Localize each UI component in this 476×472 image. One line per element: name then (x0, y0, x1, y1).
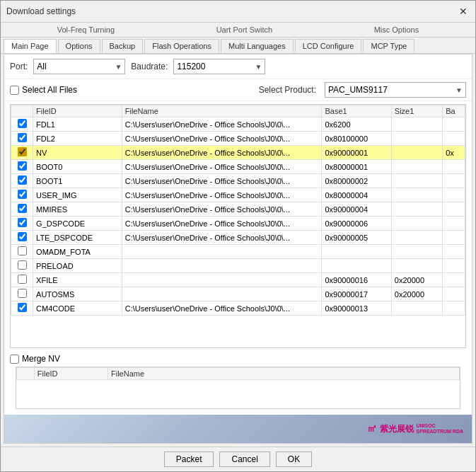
baudrate-label: Baudrate: (131, 62, 168, 71)
row-ba (443, 301, 465, 316)
row-size1 (391, 245, 442, 259)
tab-mcp-type[interactable]: MCP Type (363, 39, 414, 53)
top-menu-bar: Vol-Freq Turning Uart Port Switch Misc O… (1, 23, 475, 38)
tab-main-page[interactable]: Main Page (4, 39, 57, 53)
row-size1 (391, 188, 442, 202)
row-filename: C:\Users\user\OneDrive - Office Schools\… (122, 202, 322, 217)
row-filename: C:\Users\user\OneDrive - Office Schools\… (122, 174, 322, 188)
col-filename: FileName (122, 105, 322, 117)
tab-lcd-configure[interactable]: LCD Configure (295, 39, 362, 53)
row-filename: C:\Users\user\OneDrive - Office Schools\… (122, 188, 322, 202)
col-base1: Base1 (322, 105, 391, 117)
row-filename: C:\Users\user\OneDrive - Office Schools\… (122, 231, 322, 245)
col-size1: Size1 (391, 105, 442, 117)
table-row: XFILE0x900000160x20000 (11, 273, 465, 287)
row-checkbox[interactable] (18, 133, 27, 142)
table-row: BOOT1C:\Users\user\OneDrive - Office Sch… (11, 174, 465, 188)
row-checkbox-cell (11, 188, 33, 202)
tab-bar: Main Page Options Backup Flash Operation… (1, 38, 475, 54)
row-checkbox[interactable] (18, 161, 27, 171)
product-select[interactable]: PAC_UMS9117 ▼ (325, 82, 466, 98)
row-checkbox[interactable] (18, 303, 27, 312)
col-checkbox (11, 105, 33, 117)
row-base1: 0x80000001 (322, 160, 391, 174)
row-ba (443, 132, 465, 146)
row-base1: 0x90000017 (322, 287, 391, 301)
row-checkbox[interactable] (18, 190, 27, 199)
merge-nv-label[interactable]: Merge NV (10, 354, 466, 364)
row-size1 (391, 132, 442, 146)
row-ba (443, 273, 465, 287)
title-bar: Download settings ✕ (1, 1, 475, 23)
row-base1: 0x90000001 (322, 146, 391, 160)
merge-table-container: FileID FileName (16, 367, 460, 409)
row-checkbox[interactable] (18, 204, 27, 213)
packet-button[interactable]: Packet (164, 451, 214, 467)
row-checkbox[interactable] (18, 232, 27, 241)
tab-options[interactable]: Options (58, 39, 100, 53)
row-checkbox[interactable] (18, 218, 27, 227)
row-base1: 0x80000004 (322, 188, 391, 202)
tab-flash-operations[interactable]: Flash Operations (144, 39, 219, 53)
row-fileid: XFILE (33, 273, 122, 287)
row-base1 (322, 245, 391, 259)
row-checkbox-cell (11, 301, 33, 316)
row-fileid: NV (33, 146, 122, 160)
row-checkbox-cell (11, 174, 33, 188)
table-row: CM4CODEC:\Users\user\OneDrive - Office S… (11, 301, 465, 316)
merge-nv-checkbox[interactable] (10, 355, 19, 364)
table-row: MMIRESC:\Users\user\OneDrive - Office Sc… (11, 202, 465, 217)
menu-uart-port[interactable]: Uart Port Switch (211, 24, 278, 35)
row-checkbox[interactable] (18, 275, 27, 284)
file-table: FileID FileName Base1 Size1 Ba FDL1C:\Us… (11, 105, 465, 316)
menu-misc-options[interactable]: Misc Options (368, 24, 425, 35)
row-size1 (391, 174, 442, 188)
row-checkbox[interactable] (18, 119, 27, 128)
row-filename: C:\Users\user\OneDrive - Office Schools\… (122, 301, 322, 316)
file-table-container[interactable]: FileID FileName Base1 Size1 Ba FDL1C:\Us… (10, 104, 466, 348)
row-checkbox[interactable] (18, 260, 27, 270)
window-title: Download settings (6, 6, 76, 16)
row-fileid: BOOT0 (33, 160, 122, 174)
row-base1: 0x90000013 (322, 301, 391, 316)
select-all-checkbox[interactable] (10, 86, 19, 95)
baudrate-dropdown-arrow: ▼ (255, 63, 262, 71)
row-checkbox[interactable] (18, 289, 27, 298)
row-filename (122, 259, 322, 273)
brand-subtitle: UNISOC SPREADTRUM RDA (417, 423, 464, 434)
tab-backup[interactable]: Backup (102, 39, 144, 53)
row-size1 (391, 259, 442, 273)
row-checkbox[interactable] (18, 147, 27, 156)
row-base1: 0x90000006 (322, 217, 391, 231)
row-filename (122, 273, 322, 287)
row-ba: 0x (443, 146, 465, 160)
row-base1: 0x90000005 (322, 231, 391, 245)
footer-bar: Packet Cancel OK (1, 447, 475, 471)
row-checkbox-cell (11, 231, 33, 245)
cancel-button[interactable]: Cancel (219, 451, 269, 467)
row-size1 (391, 217, 442, 231)
close-button[interactable]: ✕ (457, 5, 470, 18)
port-value: All (37, 62, 46, 71)
brand-name: 紫光展锐 (380, 423, 414, 435)
row-checkbox[interactable] (18, 246, 27, 255)
row-filename (122, 245, 322, 259)
ok-button[interactable]: OK (276, 451, 312, 467)
row-base1: 0x90000016 (322, 273, 391, 287)
row-filename: C:\Users\user\OneDrive - Office Schools\… (122, 117, 322, 132)
select-product-row: Select All Files Select Product: PAC_UMS… (4, 79, 472, 101)
row-checkbox[interactable] (18, 175, 27, 185)
port-select[interactable]: All ▼ (33, 59, 125, 74)
menu-vol-freq[interactable]: Vol-Freq Turning (52, 24, 120, 35)
row-checkbox-cell (11, 217, 33, 231)
row-ba (443, 160, 465, 174)
select-all-label[interactable]: Select All Files (10, 85, 77, 95)
row-ba (443, 231, 465, 245)
select-all-text: Select All Files (22, 85, 77, 95)
row-base1: 0x6200 (322, 117, 391, 132)
tab-multi-languages[interactable]: Multi Languages (221, 39, 294, 53)
table-row: USER_IMGC:\Users\user\OneDrive - Office … (11, 188, 465, 202)
row-size1 (391, 231, 442, 245)
baudrate-select[interactable]: 115200 ▼ (173, 59, 265, 74)
row-ba (443, 202, 465, 217)
